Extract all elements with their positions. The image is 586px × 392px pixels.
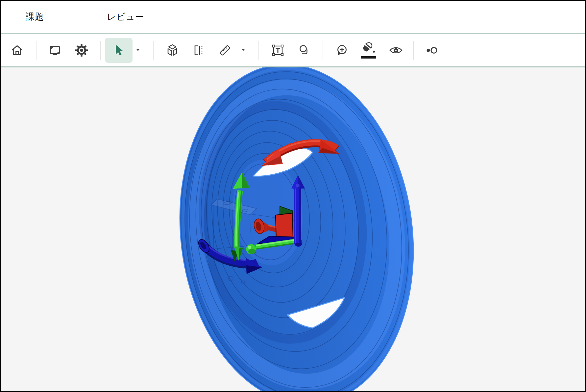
isometric-view-button[interactable]	[163, 41, 182, 60]
toolbar-separator	[100, 41, 101, 60]
fill-color-button[interactable]	[359, 41, 378, 60]
tab-review[interactable]: レビュー	[107, 1, 144, 33]
select-tool-button[interactable]	[105, 38, 133, 63]
gizmo-plane-red-handle[interactable]	[276, 213, 293, 239]
eye-icon	[389, 43, 403, 58]
toolbar-separator	[258, 41, 259, 60]
toolbar-separator	[37, 41, 37, 60]
select-tool-dropdown[interactable]	[135, 48, 140, 51]
tab-review-label: レビュー	[107, 11, 144, 23]
text-markup-button[interactable]	[269, 41, 287, 60]
chevron-down-icon	[241, 48, 246, 51]
scene-canvas	[1, 67, 585, 391]
app-window: 課題 レビュー	[0, 0, 586, 392]
toolbar-separator	[153, 41, 154, 60]
zoom-markup-button[interactable]	[332, 41, 351, 60]
gizmo-ball-joint[interactable]	[246, 244, 256, 254]
tab-bar: 課題 レビュー	[1, 1, 585, 33]
section-view-button[interactable]	[189, 41, 208, 60]
measure-dropdown[interactable]	[241, 48, 246, 51]
viewport-3d[interactable]	[1, 67, 585, 391]
toolbar-separator	[323, 41, 323, 60]
shape-markup-button[interactable]	[295, 41, 313, 60]
fit-to-screen-icon	[48, 43, 62, 58]
fit-to-screen-button[interactable]	[46, 41, 64, 60]
toolbar-separator	[413, 41, 414, 60]
cursor-icon	[113, 43, 125, 57]
ruler-icon	[218, 43, 232, 58]
chevron-down-icon	[135, 48, 140, 51]
tab-kadai-label: 課題	[26, 11, 44, 23]
shape-circle-icon	[297, 43, 311, 58]
home-icon	[10, 43, 24, 58]
fill-color-swatch	[361, 56, 376, 59]
text-box-icon	[271, 43, 285, 58]
section-view-icon	[191, 43, 206, 58]
zoom-plus-icon	[334, 43, 349, 58]
record-view-button[interactable]	[423, 41, 441, 60]
visibility-button[interactable]	[387, 41, 405, 60]
isometric-cube-icon	[165, 43, 180, 58]
tab-kadai[interactable]: 課題	[26, 1, 44, 33]
gear-icon	[74, 43, 89, 58]
record-dot-circle-icon	[425, 43, 439, 58]
paint-bucket-icon	[361, 41, 377, 60]
measure-button[interactable]	[216, 41, 234, 60]
toolbar	[1, 33, 585, 67]
home-button[interactable]	[8, 41, 26, 60]
settings-button[interactable]	[72, 41, 91, 60]
